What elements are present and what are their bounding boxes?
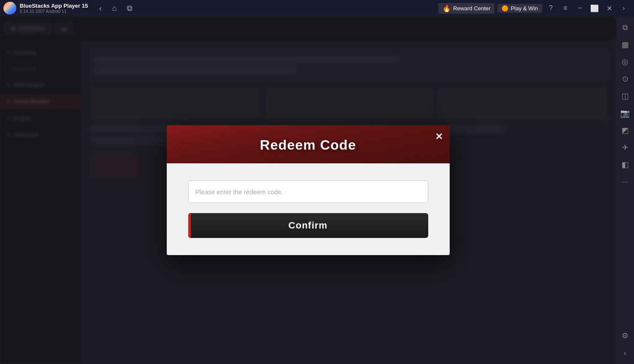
sidebar-icon-camera[interactable]: 📷 [617, 105, 633, 121]
app-info: BlueStacks App Player 15 5.14.10.1007 An… [20, 3, 88, 14]
sidebar-icon-file[interactable]: ◧ [617, 157, 633, 172]
modal-close-button[interactable]: × [436, 130, 442, 142]
sidebar-icon-more[interactable]: ··· [617, 174, 633, 190]
maximize-button[interactable]: ⬜ [589, 2, 601, 14]
app-version: 5.14.10.1007 Android 11 [20, 9, 88, 14]
app-name: BlueStacks App Player 15 [20, 3, 88, 9]
help-button[interactable]: ? [545, 2, 557, 14]
redeem-code-input[interactable] [188, 180, 428, 203]
coin-icon: 🟠 [502, 5, 508, 12]
confirm-label: Confirm [288, 220, 328, 231]
sidebar-icon-settings[interactable]: ⚙ [617, 328, 633, 343]
app-logo [3, 2, 16, 15]
play-win-label: Play & Win [511, 5, 538, 12]
minimize-button[interactable]: − [574, 2, 586, 14]
close-button[interactable]: ✕ [603, 2, 615, 14]
expand-button[interactable]: › [618, 2, 630, 14]
menu-button[interactable]: ≡ [559, 2, 571, 14]
play-win-button[interactable]: 🟠 Play & Win [497, 4, 542, 13]
redeem-code-modal: Redeem Code × Confirm [167, 125, 450, 255]
sidebar-icon-screenshot[interactable]: ▦ [617, 37, 633, 52]
multi-button[interactable]: ⧉ [124, 3, 135, 14]
main-content: ◈ Personalize ☁ ≡ Accounts Account Info … [0, 16, 616, 364]
confirm-button[interactable]: Confirm [188, 213, 428, 238]
sidebar-icon-media[interactable]: ◩ [617, 123, 633, 138]
sidebar-icon-record[interactable]: ◎ [617, 54, 633, 69]
right-sidebar: ⧉ ▦ ◎ ⊙ ◫ 📷 ◩ ✈ ◧ ··· ⚙ ‹ [616, 16, 634, 364]
back-button[interactable]: ‹ [96, 3, 104, 14]
home-button[interactable]: ⌂ [109, 3, 119, 14]
sidebar-icon-multiinstance[interactable]: ⧉ [617, 20, 633, 35]
sidebar-icon-gamepad[interactable]: ✈ [617, 140, 633, 155]
titlebar: BlueStacks App Player 15 5.14.10.1007 An… [0, 0, 634, 16]
modal-body: Confirm [167, 163, 450, 255]
flame-icon: 🔥 [442, 4, 451, 12]
modal-header: Redeem Code × [167, 125, 450, 163]
titlebar-right: 🔥 Reward Center 🟠 Play & Win ? ≡ − ⬜ ✕ › [438, 2, 630, 14]
reward-center-label: Reward Center [453, 5, 490, 12]
reward-center-button[interactable]: 🔥 Reward Center [438, 3, 495, 14]
sidebar-icon-controls[interactable]: ◫ [617, 88, 633, 104]
sidebar-icon-macro[interactable]: ⊙ [617, 71, 633, 87]
modal-overlay: Redeem Code × Confirm [0, 16, 616, 364]
nav-buttons: ‹ ⌂ ⧉ [96, 3, 135, 14]
sidebar-icon-collapse[interactable]: ‹ [617, 345, 633, 361]
